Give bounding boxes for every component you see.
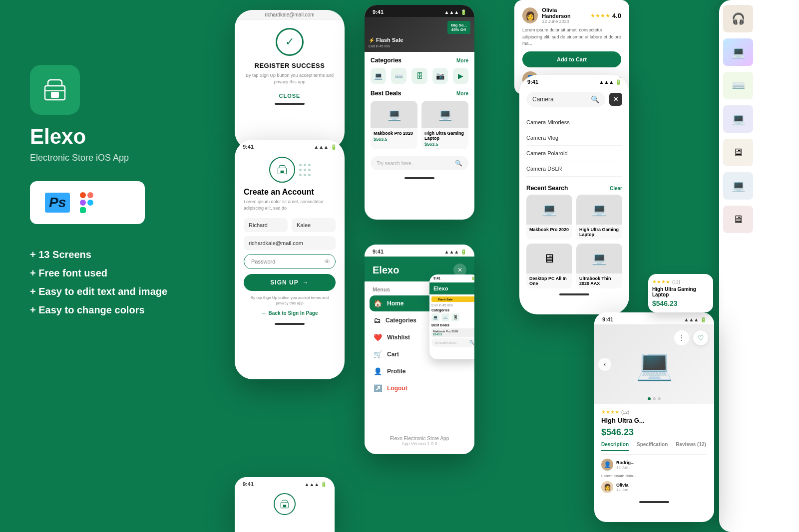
- category-icons: 💻 ⌨️ 🗄 📷 ▶: [371, 68, 468, 84]
- menu-footer-1: Elexo Electronic Store App: [365, 436, 474, 441]
- password-input[interactable]: [244, 254, 336, 269]
- recent-item-1[interactable]: 💻 Makbook Pro 2020: [526, 195, 572, 240]
- eye-icon[interactable]: 👁: [324, 258, 331, 266]
- signup-button[interactable]: SIGN UP →: [244, 274, 336, 291]
- review-text-1: Lorem ipsum dolor sit amet, consectetur …: [522, 27, 621, 47]
- mini-product: Makbook Pro 2020$143.5: [431, 328, 474, 337]
- detail-avatar-2: 👩: [601, 481, 613, 493]
- list-item-5[interactable]: 🖥: [723, 139, 795, 166]
- tab-reviews[interactable]: Reviews (12): [676, 442, 706, 451]
- last-name-input[interactable]: Kalee: [292, 218, 336, 232]
- menu-app-name: Elexo: [373, 265, 399, 276]
- phone-bottom-signup: 9:41 ▲▲▲ 🔋: [235, 477, 335, 532]
- detail-avatar-1: 👤: [601, 459, 613, 471]
- phone-menu: 9:41 ▲▲▲ 🔋 Elexo ✕ Menus 🏠 Home 🗂 Catego…: [365, 245, 474, 454]
- recent-item-2[interactable]: 💻 High Ultra Gaming Laptop: [576, 195, 622, 240]
- product-card-small[interactable]: ★★★★ (12) High Ultra Gaming Laptop $546.…: [648, 274, 713, 312]
- status-bar-signup: 9:41 ▲▲▲ 🔋: [235, 140, 345, 152]
- categories-more[interactable]: More: [456, 58, 468, 63]
- recent-name-4: Ultrabook Thin 2020 AAX: [579, 276, 619, 286]
- svg-rect-6: [283, 505, 286, 508]
- cat-camera[interactable]: 📷: [432, 68, 448, 84]
- product-stars-row: ★★★★ (12): [601, 409, 707, 415]
- detail-reviewer-date-2: 12 Jun...: [616, 488, 632, 492]
- reviewer-name-1: Olivia Handerson: [542, 7, 586, 19]
- clear-search-button[interactable]: ✕: [609, 93, 622, 106]
- search-input-wrap[interactable]: Camera 🔍: [526, 92, 605, 107]
- recent-item-4[interactable]: 💻 Ultrabook Thin 2020 AAX: [576, 244, 622, 288]
- list-item-1[interactable]: 🎧: [723, 5, 795, 32]
- list-item-6[interactable]: 💻: [723, 172, 795, 200]
- detail-reviewer-1: 👤 Rodrig... 12 Jun...: [601, 459, 707, 471]
- recent-item-3[interactable]: 🖥 Desktop PC All In One: [526, 244, 572, 288]
- stars-1: ★★★★: [590, 12, 610, 19]
- success-circle: ✓: [276, 28, 304, 56]
- cat-laptop[interactable]: 💻: [371, 68, 386, 84]
- list-item-2[interactable]: 💻: [723, 38, 795, 66]
- deal-card-2[interactable]: 💻 High Ultra Gaming Laptop $563.5: [421, 101, 468, 149]
- detail-reviewer-date-1: 12 Jun...: [616, 465, 635, 470]
- best-deals-more[interactable]: More: [456, 91, 468, 96]
- image-dots: [648, 397, 661, 400]
- search-bar-wrap: Try search here.. 🔍: [365, 152, 474, 174]
- list-item-7[interactable]: 🖥: [723, 206, 795, 233]
- suggestion-2[interactable]: Camera Vlog: [526, 130, 622, 146]
- detail-reviewer-2: 👩 Olivia 12 Jun...: [601, 481, 707, 493]
- search-icon-right: 🔍: [591, 95, 599, 103]
- search-bar[interactable]: Try search here.. 🔍: [371, 156, 468, 170]
- best-deals-title: Best Deals: [371, 90, 401, 97]
- recent-img-3: 🖥: [526, 244, 572, 273]
- deal-info-2: High Ultra Gaming Laptop $563.5: [421, 128, 468, 149]
- big-sale-badge: Big Sa... 45% Off: [447, 21, 470, 34]
- suggestion-4[interactable]: Camera DSLR: [526, 161, 622, 177]
- suggestion-1[interactable]: Camera Mirorless: [526, 115, 622, 130]
- list-item-4[interactable]: 💻: [723, 105, 795, 133]
- app-name: Elexo: [30, 125, 190, 149]
- list-items: 🎧 💻 ⌨️ 💻 🖥 💻 🖥: [719, 0, 799, 244]
- recent-grid: 💻 Makbook Pro 2020 💻 High Ultra Gaming L…: [519, 195, 629, 288]
- wishlist-button[interactable]: ♡: [693, 330, 708, 345]
- cat-storage[interactable]: 🗄: [411, 68, 427, 84]
- menu-item-profile[interactable]: 👤 Profile: [370, 363, 469, 379]
- feature-2: + Free font used: [30, 267, 190, 279]
- signup-icon-wrap: [244, 157, 336, 183]
- home-indicator: [559, 293, 589, 295]
- tab-specification[interactable]: Specification: [637, 442, 668, 451]
- first-name-input[interactable]: Richard: [244, 218, 288, 232]
- home-menu-icon: 🏠: [374, 299, 382, 307]
- mini-categories: Categories: [431, 308, 474, 312]
- phone-product-detail: 9:41 ▲▲▲ 🔋 💻 ♡ ⋮ ‹ ★★★★ (12) High Ultra …: [594, 312, 714, 522]
- list-item-3[interactable]: ⌨️: [723, 72, 795, 99]
- recent-info-3: Desktop PC All In One: [526, 273, 572, 288]
- back-to-signin[interactable]: ← Back to Sign In Page: [244, 310, 336, 316]
- menu-footer: Elexo Electronic Store App App Version 1…: [365, 436, 474, 446]
- categories-header: Categories More: [371, 57, 468, 64]
- svg-rect-4: [280, 171, 284, 173]
- cat-more[interactable]: ▶: [453, 68, 468, 84]
- suggestion-3[interactable]: Camera Polaroid: [526, 146, 622, 161]
- close-button[interactable]: CLOSE: [279, 93, 301, 99]
- product-price: $546.23: [601, 427, 707, 438]
- register-desc: By tap Sign Up button you accept terms a…: [245, 72, 335, 85]
- menu-item-logout[interactable]: ↗️ Logout: [370, 380, 469, 396]
- cat-keyboard[interactable]: ⌨️: [391, 68, 406, 84]
- tab-description[interactable]: Description: [601, 442, 629, 451]
- home-indicator: [404, 177, 434, 179]
- add-to-cart-button[interactable]: Add to Cart: [522, 51, 621, 67]
- bottom-phone-icon: [235, 489, 335, 515]
- back-arrow-button[interactable]: ‹: [598, 358, 611, 371]
- email-input[interactable]: richardkale@mail.com: [244, 236, 336, 250]
- more-options-button[interactable]: ⋮: [674, 330, 689, 345]
- tool-logos: Ps: [30, 181, 145, 224]
- mini-end-text: End in 45 min: [431, 303, 474, 307]
- list-thumb-7: 🖥: [723, 206, 753, 233]
- deal-info-1: Makbook Pro 2020 $563.5: [371, 128, 417, 144]
- small-stars: ★★★★: [652, 279, 670, 284]
- deal-card-1[interactable]: 💻 Makbook Pro 2020 $563.5: [371, 101, 417, 149]
- reviewer-info-1: Olivia Handerson 12 June 2020: [542, 7, 586, 24]
- small-product-price: $546.23: [652, 299, 709, 307]
- deal-img-1: 💻: [371, 101, 417, 128]
- clear-recent-button[interactable]: Clear: [610, 186, 622, 191]
- small-review-count: (12): [672, 279, 680, 284]
- status-bar-menu: 9:41 ▲▲▲ 🔋: [365, 245, 474, 257]
